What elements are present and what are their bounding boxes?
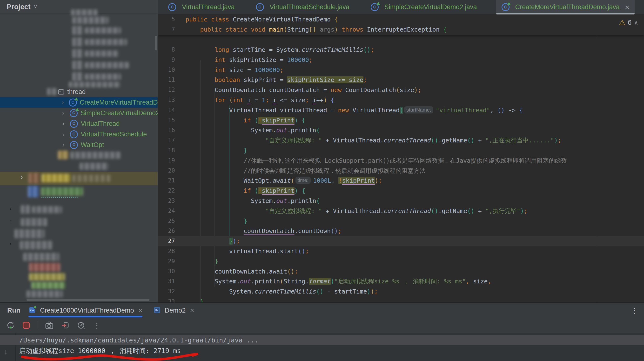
code-line[interactable]: 32 System.currentTimeMillis() - startTim… <box>158 286 644 297</box>
chevron-right-icon[interactable]: › <box>10 206 11 211</box>
collapse-icon[interactable]: ∧ <box>634 19 638 26</box>
code-line[interactable]: 7 public static void main(String[] args)… <box>158 24 644 35</box>
chevron-right-icon[interactable]: › <box>20 173 23 181</box>
tree-folder-thread[interactable]: thread <box>0 86 158 97</box>
chevron-right-icon[interactable]: › <box>60 110 67 117</box>
line-number[interactable]: 10 <box>158 65 182 75</box>
line-number[interactable]: 33 <box>158 297 182 302</box>
line-number[interactable]: 5 <box>158 14 182 24</box>
line-number[interactable]: 17 <box>158 136 182 146</box>
code-token: ; <box>418 86 421 94</box>
line-number[interactable]: 29 <box>158 256 182 266</box>
code-token: currentThread <box>384 208 431 214</box>
code-line[interactable]: 13 for (int i = 1; i <= size; i++) { <box>158 95 644 105</box>
line-number[interactable]: 13 <box>158 95 182 105</box>
code-line[interactable]: 26 countDownLatch.countDown(); <box>158 226 644 236</box>
run-tab[interactable]: Demo2× <box>153 303 194 318</box>
line-number[interactable]: 27 <box>158 236 182 246</box>
code-line[interactable]: 12 CountDownLatch countDownLatch = new C… <box>158 85 644 95</box>
editor-tab[interactable]: C▶SimpleCreateVirtualDemo2.java <box>369 0 479 14</box>
horizontal-scrollbar-thumb[interactable] <box>26 299 150 301</box>
code-line[interactable]: 23 System.out.println( <box>158 196 644 206</box>
line-number[interactable]: 15 <box>158 116 182 126</box>
chevron-right-icon[interactable]: › <box>10 242 11 246</box>
code-line[interactable]: 15 if (!skipPrint) { <box>158 116 644 126</box>
code-line[interactable]: 21 WaitOpt.await(time:1000L, !skipPrint)… <box>158 176 644 186</box>
line-number[interactable]: 24 <box>158 206 182 216</box>
tree-item[interactable]: ›CVirtualThread <box>0 118 158 129</box>
code-line[interactable]: 9 int skipPrintSize = 100000; <box>158 55 644 65</box>
line-number[interactable]: 14 <box>158 105 182 116</box>
line-number[interactable]: 18 <box>158 146 182 156</box>
code-token: ! <box>258 187 262 194</box>
chevron-right-icon[interactable]: › <box>10 219 11 224</box>
thread-dump-button[interactable] <box>45 321 54 330</box>
code-line[interactable]: 29 } <box>158 256 644 266</box>
line-number[interactable]: 9 <box>158 55 182 65</box>
inspections-widget[interactable]: ⚠ 6 ∧ <box>619 18 638 27</box>
detach-button[interactable] <box>61 321 70 330</box>
line-number[interactable]: 16 <box>158 125 182 136</box>
code-line[interactable]: 27 }); <box>158 236 644 246</box>
code-token: ",执行完毕" <box>486 208 520 214</box>
code-text: public static void main(String[] args) t… <box>182 24 447 35</box>
editor-tab[interactable]: CVirtualThreadSchedule.java <box>254 0 352 14</box>
code-line[interactable]: 11 boolean skipPrint = skipPrintSize <= … <box>158 75 644 85</box>
line-number[interactable]: 26 <box>158 226 182 236</box>
code-line[interactable]: 25 } <box>158 216 644 226</box>
line-number[interactable]: 30 <box>158 266 182 277</box>
code-line[interactable]: 22 if (!skipPrint) { <box>158 186 644 196</box>
code-token <box>265 26 269 33</box>
code-line[interactable]: 17 "自定义虚拟线程: " + VirtualThread.currentTh… <box>158 136 644 146</box>
line-number[interactable]: 8 <box>158 45 182 55</box>
line-number[interactable]: 19 <box>158 156 182 166</box>
console-output[interactable]: ↑ ↓ /Users/huyu/.sdkman/candidates/java/… <box>0 333 644 361</box>
line-number[interactable]: 22 <box>158 186 182 196</box>
tree-item[interactable]: ›C▶CreateMoreVirtualThreadDemo <box>0 97 158 108</box>
chevron-right-icon[interactable]: › <box>60 99 66 106</box>
line-number[interactable]: 20 <box>158 166 182 176</box>
code-line[interactable]: 30 countDownLatch.await(); <box>158 266 644 277</box>
line-number[interactable]: 32 <box>158 286 182 297</box>
code-editor[interactable]: 8 long startTime = System.currentTimeMil… <box>158 14 644 302</box>
code-line[interactable]: 16 System.out.println( <box>158 125 644 136</box>
chevron-right-icon[interactable]: › <box>60 141 67 149</box>
line-number[interactable]: 23 <box>158 196 182 206</box>
code-line[interactable]: 28 virtualThread.start(); <box>158 246 644 256</box>
tree-item[interactable]: ›CVirtualThreadSchedule <box>0 129 158 140</box>
code-line[interactable]: 14 VirtualThread virtualThread = new Vir… <box>158 105 644 116</box>
more-button[interactable]: ⋮ <box>92 321 102 330</box>
code-line[interactable]: 19 //休眠一秒钟,这个用来模拟 LockSupport.park()或者是等… <box>158 156 644 166</box>
code-line[interactable]: 5public class CreateMoreVirtualThreadDem… <box>158 14 644 24</box>
line-number[interactable]: 25 <box>158 216 182 226</box>
tree-item[interactable]: ›CWaitOpt <box>0 140 158 150</box>
line-number[interactable]: 28 <box>158 246 182 256</box>
close-icon[interactable]: × <box>625 3 630 11</box>
line-number[interactable]: 11 <box>158 75 182 85</box>
tree-item[interactable]: ›C▶SimpleCreateVirtualDemo2 <box>0 108 158 118</box>
code-line[interactable]: 31 System.out.println(String.format("启动虚… <box>158 276 644 286</box>
line-number[interactable]: 31 <box>158 276 182 286</box>
close-icon[interactable]: × <box>138 306 143 314</box>
code-line[interactable]: 24 "自定义虚拟线程: " + VirtualThread.currentTh… <box>158 206 644 216</box>
editor-tab[interactable]: C▶CreateMoreVirtualThreadDemo.java× <box>496 0 635 14</box>
code-line[interactable]: 8 long startTime = System.currentTimeMil… <box>158 45 644 55</box>
vertical-scrollbar-thumb[interactable] <box>155 36 157 50</box>
line-number[interactable]: 21 <box>158 176 182 186</box>
close-icon[interactable]: × <box>190 306 194 314</box>
code-line[interactable]: 10 int size = 1000000; <box>158 65 644 75</box>
line-number[interactable]: 7 <box>158 24 182 35</box>
code-line[interactable]: 18 } <box>158 146 644 156</box>
chevron-right-icon[interactable]: › <box>60 120 67 128</box>
stop-button[interactable] <box>22 321 31 330</box>
code-line[interactable]: 20 //的时候会判断是否是虚拟线程，然后就会调用虚拟线程的阻塞方法 <box>158 166 644 176</box>
chevron-right-icon[interactable]: › <box>60 130 67 138</box>
code-body: 8 long startTime = System.currentTimeMil… <box>158 45 644 302</box>
code-line[interactable]: 33 } <box>158 297 644 302</box>
line-number[interactable]: 12 <box>158 85 182 95</box>
profiler-button[interactable] <box>77 321 86 330</box>
more-vertical-icon[interactable]: ⋮ <box>631 306 639 315</box>
run-tab[interactable]: Create10000VirtualThreadDemo× <box>28 303 142 318</box>
rerun-button[interactable] <box>6 321 15 330</box>
editor-tab[interactable]: CVirtualThread.java <box>166 0 237 14</box>
